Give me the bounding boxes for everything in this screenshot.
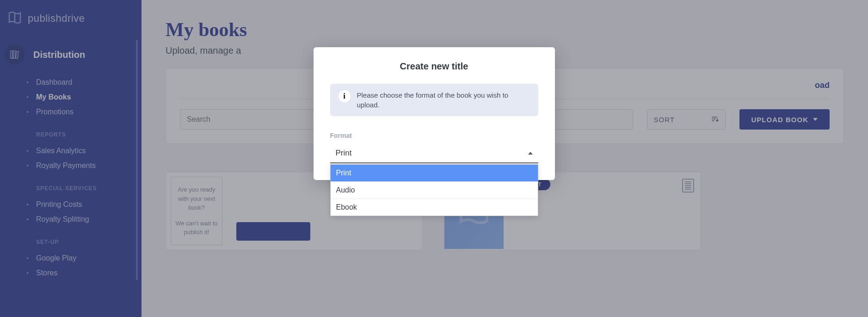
chevron-up-icon — [528, 152, 533, 155]
format-selected-value: Print — [336, 149, 352, 158]
format-option-print[interactable]: Print — [331, 165, 538, 182]
info-icon: i — [339, 90, 351, 102]
create-title-modal: Create new title i Please choose the for… — [314, 47, 555, 180]
modal-title: Create new title — [330, 61, 538, 72]
info-box: i Please choose the format of the book y… — [330, 84, 538, 116]
format-dropdown: Print Audio Ebook — [330, 164, 538, 216]
format-option-audio[interactable]: Audio — [331, 182, 538, 199]
modal-overlay[interactable]: Create new title i Please choose the for… — [0, 0, 868, 317]
format-option-ebook[interactable]: Ebook — [331, 199, 538, 216]
info-text: Please choose the format of the book you… — [357, 90, 530, 110]
format-label: Format — [330, 132, 538, 139]
format-select[interactable]: Print — [330, 145, 538, 163]
